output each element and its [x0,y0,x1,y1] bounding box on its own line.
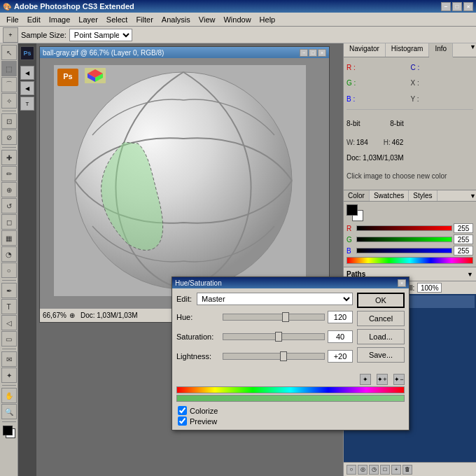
heal-tool[interactable]: ✚ [1,150,17,165]
ps-logo: Ps [20,46,34,60]
fill-input[interactable] [417,283,442,293]
fg-bg-swatches[interactable] [346,204,363,221]
color-tab-bar: Color Swatches Styles ▼ [344,190,476,202]
save-button[interactable]: Save... [357,347,405,363]
path-load-btn[interactable]: ◷ [369,465,379,475]
stamp-tool[interactable]: ⊕ [1,182,17,197]
tab-histogram[interactable]: Histogram [386,43,430,57]
brush-tool[interactable]: ✏ [1,166,17,181]
doc-maximize-btn[interactable]: □ [309,49,317,57]
panel-arrow-btn[interactable]: ◀ [20,66,34,80]
colorize-checkbox[interactable] [178,406,187,415]
sample-size-dropdown[interactable]: Point Sample 3 by 3 Average 5 by 5 Avera… [69,29,132,41]
path-mask-btn[interactable]: □ [380,465,390,475]
hue-slider-thumb[interactable] [282,312,289,322]
pen-tool[interactable]: ✒ [1,283,17,298]
menu-view[interactable]: View [195,15,219,24]
menu-select[interactable]: Select [103,15,132,24]
load-button[interactable]: Load... [357,329,405,344]
r-value-input[interactable] [454,223,473,233]
lasso-tool[interactable]: ⌒ [1,77,17,92]
saturation-slider-thumb[interactable] [275,332,282,342]
b-slider[interactable] [356,248,452,253]
cancel-button[interactable]: Cancel [357,311,405,326]
dodge-tool[interactable]: ○ [1,262,17,278]
b-value-input[interactable] [454,246,473,255]
svg-text:Ps: Ps [63,72,72,80]
paths-panel-collapse[interactable]: ▼ [467,271,473,278]
lightness-slider-thumb[interactable] [280,351,287,361]
hue-value-input[interactable] [328,311,353,323]
doc-close-btn[interactable]: × [318,49,326,57]
path-new-btn[interactable]: + [391,465,401,475]
notes-tool[interactable]: ✉ [1,351,17,367]
g-slider[interactable] [356,237,452,242]
b-label: B [346,247,355,255]
hand-tool[interactable]: ✋ [1,388,17,403]
move-tool[interactable]: ↖ [1,45,17,60]
hue-slider-track[interactable] [223,314,325,321]
foreground-color-swatch[interactable] [3,426,13,435]
zoom-tool[interactable]: 🔍 [1,404,17,419]
menu-filter[interactable]: Filter [132,15,156,24]
slice-tool[interactable]: ⊘ [1,130,17,145]
close-button[interactable]: × [463,2,473,11]
lightness-slider-track[interactable] [223,353,325,360]
hue-saturation-title-bar: Hue/Saturation × [172,277,409,288]
eraser-tool[interactable]: ◻ [1,214,17,230]
menu-window[interactable]: Window [220,15,254,24]
document-canvas[interactable]: Ps [40,58,329,308]
menu-edit[interactable]: Edit [24,15,44,24]
eyedropper-icon1[interactable]: ✦ [360,374,371,385]
eyedropper-icon3[interactable]: ✦− [393,374,405,385]
hue-saturation-spectrum-area [172,386,409,405]
magic-wand-tool[interactable]: ✧ [1,93,17,108]
marquee-tool[interactable]: ⬚ [1,61,17,76]
panel-arrow-btn2[interactable]: ◀ [20,81,34,95]
doc-size-info: Doc: 1,03M/1,03M [80,312,138,319]
tab-color[interactable]: Color [344,190,370,201]
menu-layer[interactable]: Layer [75,15,102,24]
separator1 [2,111,16,111]
info-x-label: X : [411,79,421,87]
saturation-slider-track[interactable] [223,333,325,340]
text-tool[interactable]: T [1,299,17,314]
blur-tool[interactable]: ◔ [1,246,17,262]
eyedropper-tool[interactable]: ✦ [1,368,17,383]
panel-arrow-btn3[interactable]: T [20,97,34,111]
lightness-value-input[interactable] [328,350,353,363]
ok-button[interactable]: OK [357,293,405,308]
menu-file[interactable]: File [3,15,22,24]
eyedropper-tool-icon: + [3,27,18,43]
edit-dropdown[interactable]: Master Reds Yellows Greens Cyans Blues M… [197,293,353,305]
hue-sat-close-btn[interactable]: × [398,279,406,287]
tab-navigator[interactable]: Navigator [344,43,386,57]
preview-checkbox[interactable] [178,416,187,426]
menu-help[interactable]: Help [256,15,279,24]
minimize-button[interactable]: − [441,2,451,11]
hue-saturation-buttons: OK Cancel Load... Save... [357,293,405,370]
maximize-button[interactable]: □ [452,2,462,11]
color-panel-collapse[interactable]: ▼ [470,192,476,200]
color-swatches[interactable] [1,424,17,440]
path-tool[interactable]: ◁ [1,315,17,330]
tab-info[interactable]: Info [429,43,453,57]
g-value-input[interactable] [454,234,473,244]
shape-tool[interactable]: ▭ [1,331,17,346]
tab-swatches[interactable]: Swatches [370,190,409,201]
saturation-value-input[interactable] [328,330,353,343]
gradient-tool[interactable]: ▦ [1,230,17,246]
crop-tool[interactable]: ⊡ [1,113,17,129]
history-brush[interactable]: ↺ [1,198,17,214]
fg-color-swatch[interactable] [346,204,358,216]
tab-styles[interactable]: Styles [409,190,437,201]
r-slider[interactable] [356,225,452,231]
eyedropper-icon2[interactable]: ✦+ [377,374,388,385]
path-stroke-btn[interactable]: ◎ [358,465,368,475]
panel-collapse-btn[interactable]: ▼ [470,43,476,57]
doc-minimize-btn[interactable]: − [300,49,308,57]
menu-image[interactable]: Image [46,15,74,24]
menu-analysis[interactable]: Analysis [158,15,194,24]
path-fill-btn[interactable]: ○ [346,465,356,475]
path-delete-btn[interactable]: 🗑 [402,465,412,475]
